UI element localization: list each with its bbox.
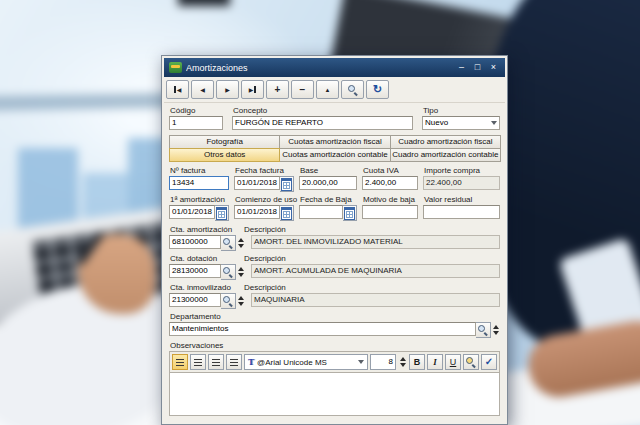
cuota-iva-input[interactable]: 2.400,00 <box>362 176 418 190</box>
add-icon: + <box>275 85 281 95</box>
bold-button[interactable]: B <box>409 354 425 370</box>
cta-amortizacion-input[interactable]: 68100000 <box>169 235 221 249</box>
departamento-lookup-button[interactable] <box>476 322 491 338</box>
next-record-icon: ▶ <box>225 87 230 93</box>
first-record-icon <box>174 86 176 93</box>
delete-record-button[interactable]: − <box>291 80 314 99</box>
maximize-button[interactable]: □ <box>471 60 484 75</box>
spin-down-icon <box>238 302 244 306</box>
departamento-spinner[interactable] <box>491 322 500 338</box>
fecha-baja-label: Fecha de Baja <box>300 195 357 204</box>
concepto-label: Concepto <box>233 106 413 115</box>
calendar-icon <box>281 178 292 191</box>
comienzo-uso-input[interactable]: 01/01/2018 <box>234 205 280 219</box>
cta-inmovilizado-spinner[interactable] <box>236 293 245 309</box>
fecha-baja-calendar-button[interactable] <box>343 205 357 221</box>
nav-prev-button[interactable]: ◀ <box>191 80 214 99</box>
descripcion-label: Descripción <box>244 283 286 292</box>
underline-button[interactable]: U <box>445 354 461 370</box>
observaciones-textarea[interactable] <box>169 373 500 416</box>
tab-cuotas-amortizacion-contable[interactable]: Cuotas amortización contable <box>279 148 390 162</box>
window-title: Amortizaciones <box>186 63 451 73</box>
add-record-button[interactable]: + <box>266 80 289 99</box>
cta-amortizacion-label: Cta. amortización <box>170 225 244 234</box>
n-factura-input[interactable]: 13434 <box>169 176 229 190</box>
cta-dotacion-lookup-button[interactable] <box>221 264 236 280</box>
base-input[interactable]: 20.000,00 <box>299 176 357 190</box>
valor-residual-input[interactable] <box>423 205 500 219</box>
cta-amortizacion-descripcion-field: AMORT. DEL INMOVILIZADO MATERIAL <box>251 235 500 249</box>
valor-residual-label: Valor residual <box>424 195 500 204</box>
align-left-icon <box>176 359 184 366</box>
align-center-icon <box>194 359 202 366</box>
comienzo-uso-label: Comienzo de uso <box>235 195 294 204</box>
cta-inmovilizado-input[interactable]: 21300000 <box>169 293 221 307</box>
tab-otros-datos[interactable]: Otros datos <box>169 148 280 162</box>
nav-next-button[interactable]: ▶ <box>216 80 239 99</box>
tipo-select[interactable]: Nuevo <box>422 116 500 130</box>
fecha-factura-calendar-button[interactable] <box>280 176 294 192</box>
comienzo-uso-calendar-button[interactable] <box>280 205 294 221</box>
spellcheck-button[interactable]: ✓ <box>481 354 497 370</box>
tab-cuotas-amortizacion-fiscal[interactable]: Cuotas amortización fiscal <box>279 135 390 149</box>
font-family-select[interactable]: T @Arial Unicode MS <box>244 354 368 370</box>
cta-dotacion-input[interactable]: 28130000 <box>169 264 221 278</box>
chevron-down-icon <box>358 360 364 364</box>
cta-dotacion-spinner[interactable] <box>236 264 245 280</box>
tab-cuadro-amortizacion-fiscal[interactable]: Cuadro amortización fiscal <box>390 135 501 149</box>
align-justify-button[interactable] <box>226 354 242 370</box>
departamento-input[interactable]: Mantenimientos <box>169 322 476 336</box>
tab-cuadro-amortizacion-contable[interactable]: Cuadro amortización contable <box>390 148 501 162</box>
primera-amortizacion-input[interactable]: 01/01/2018 <box>169 205 215 219</box>
underline-icon: U <box>450 357 457 367</box>
nav-first-button[interactable]: ◀ <box>166 80 189 99</box>
motivo-baja-input[interactable] <box>362 205 418 219</box>
minimize-button[interactable]: – <box>455 60 468 75</box>
zoom-format-button[interactable] <box>463 354 479 370</box>
bold-icon: B <box>414 357 421 367</box>
spin-down-icon <box>493 331 499 335</box>
importe-compra-label: Importe compra <box>424 166 500 175</box>
primera-amortizacion-calendar-button[interactable] <box>215 205 229 221</box>
italic-button[interactable]: I <box>427 354 443 370</box>
spin-down-icon <box>400 363 406 367</box>
cta-amortizacion-spinner[interactable] <box>236 235 245 251</box>
n-factura-label: Nº factura <box>170 166 229 175</box>
close-button[interactable]: × <box>487 60 500 75</box>
align-center-button[interactable] <box>190 354 206 370</box>
primera-amortizacion-label: 1ª amortización <box>170 195 229 204</box>
nav-last-button[interactable]: ▶ <box>241 80 264 99</box>
spin-up-icon <box>238 267 244 271</box>
magnifier-icon <box>466 357 476 367</box>
cta-inmovilizado-lookup-button[interactable] <box>221 293 236 309</box>
font-size-input[interactable]: 8 <box>370 354 396 370</box>
observaciones-label: Observaciones <box>170 341 500 350</box>
cta-inmovilizado-label: Cta. inmovilizado <box>170 283 244 292</box>
concepto-input[interactable]: FURGÓN DE REPARTO <box>232 116 413 130</box>
tab-fotografia[interactable]: Fotografía <box>169 135 280 149</box>
edit-record-button[interactable]: ▲ <box>316 80 339 99</box>
font-size-spinner[interactable] <box>398 357 407 367</box>
titlebar[interactable]: Amortizaciones – □ × <box>164 58 505 77</box>
search-record-button[interactable] <box>341 80 364 99</box>
descripcion-label: Descripción <box>244 225 286 234</box>
fecha-baja-input[interactable] <box>299 205 343 219</box>
spellcheck-icon: ✓ <box>485 357 493 367</box>
calendar-icon <box>344 207 355 220</box>
dialog-content: Código 1 Concepto FURGÓN DE REPARTO Tipo… <box>164 103 505 422</box>
departamento-label: Departamento <box>170 312 500 321</box>
codigo-input[interactable]: 1 <box>169 116 223 130</box>
motivo-baja-label: Motivo de baja <box>363 195 418 204</box>
fecha-factura-input[interactable]: 01/01/2018 <box>234 176 280 190</box>
align-left-button[interactable] <box>172 354 188 370</box>
align-right-button[interactable] <box>208 354 224 370</box>
fecha-factura-label: Fecha factura <box>235 166 294 175</box>
spin-up-icon <box>238 238 244 242</box>
refresh-button[interactable]: ↻ <box>366 80 389 99</box>
cta-amortizacion-lookup-button[interactable] <box>221 235 236 251</box>
monitor-edge <box>178 0 230 6</box>
cta-inmovilizado-descripcion-field: MAQUINARIA <box>251 293 500 307</box>
lookup-icon <box>223 296 233 306</box>
lookup-icon <box>478 325 488 335</box>
spin-down-icon <box>238 273 244 277</box>
